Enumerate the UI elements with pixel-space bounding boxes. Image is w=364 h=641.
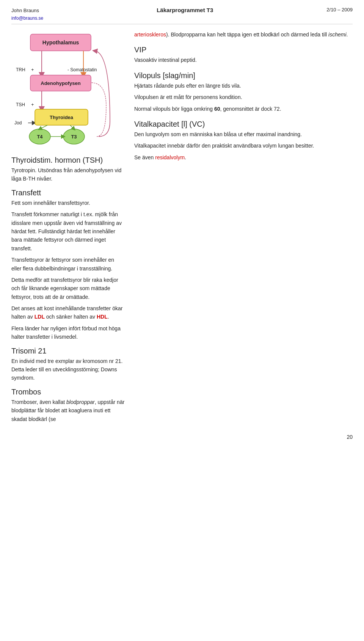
svg-text:+: +	[31, 67, 34, 72]
trombos-section: Trombos Tromboser, även kallat blodpropp…	[11, 388, 125, 423]
svg-text:Hypothalamus: Hypothalamus	[42, 39, 79, 46]
transfett-p3: Transfettsyror är fettsyror som innehåll…	[11, 256, 125, 273]
trisomi-title: Trisomi 21	[11, 347, 125, 355]
author-name: John Brauns	[11, 7, 43, 14]
vitalkapacitet-p3: Se även residalvolym.	[134, 153, 353, 162]
header-left: John Brauns info@brauns.se	[11, 7, 43, 22]
arterioskleros-link[interactable]: arterioskleros	[134, 31, 166, 38]
trisomi-body: En individ med tre exmplar av kromosom n…	[11, 357, 125, 382]
svg-text:Thyroidea: Thyroidea	[50, 115, 74, 120]
blodproppar-text: blodproppar	[66, 399, 95, 405]
vitalkapacitet-p2: Vitalkapacitet innebär därför den prakti…	[134, 141, 353, 150]
thyroidstim-section: Thyroidstim. hormon (TSH) Tyrotropin. Ut…	[11, 156, 125, 183]
trisomi-section: Trisomi 21 En individ med tre exmplar av…	[11, 347, 125, 382]
svg-text:T3: T3	[71, 134, 77, 140]
vilopuls-section: Vilopuls [slag/min] Hjärtats rådande pul…	[134, 71, 353, 113]
vip-section: VIP Vasoaktiv intestinal peptid.	[134, 46, 353, 64]
svg-text:Adenohypofysen: Adenohypofysen	[41, 80, 81, 86]
svg-text:T4: T4	[37, 134, 43, 140]
vilopuls-p3: Normal vilopuls bör ligga omkring 60, ge…	[134, 105, 353, 113]
svg-text:TSH: TSH	[16, 102, 25, 107]
transfett-section: Transfett Fett som innehåller transfetts…	[11, 189, 125, 341]
svg-text:- Somatostatin: - Somatostatin	[67, 67, 97, 72]
svg-line-20	[40, 125, 47, 129]
residalvolym-link[interactable]: residalvolym	[155, 154, 185, 160]
trombos-body: Tromboser, även kallat blodproppar, upps…	[11, 398, 125, 423]
hdl-label: HDL	[97, 314, 108, 320]
vitalkapacitet-section: Vitalkapacitet [l] (VC) Den lungvolym so…	[134, 120, 353, 162]
transfett-title: Transfett	[11, 189, 125, 197]
vilopuls-title: Vilopuls [slag/min]	[134, 71, 353, 80]
svg-text:TRH: TRH	[16, 67, 25, 72]
thyroidstim-body: Tyrotropin. Utsöndras från adenohypofyse…	[11, 166, 125, 183]
svg-line-21	[70, 125, 74, 129]
transfett-p1: Transfett förkommer naturligt i t.ex. mj…	[11, 210, 125, 253]
transfett-p6: Flera länder har nyligen infört förbud m…	[11, 324, 125, 341]
vilopuls-60: 60	[214, 106, 220, 112]
vilopuls-p1: Hjärtats rådande puls efter en längre ti…	[134, 82, 353, 90]
vip-body: Vasoaktiv intestinal peptid.	[134, 56, 353, 64]
vilopuls-p2: Vilopulsen är ett mått för personens kon…	[134, 93, 353, 101]
svg-text:+: +	[31, 102, 34, 107]
left-column: Hypothalamus TRH + - Somatostatin Adenoh…	[11, 30, 125, 426]
thyroidstim-title: Thyroidstim. hormon (TSH)	[11, 156, 125, 165]
ischemi-text: ischemi	[328, 31, 346, 38]
thyroid-diagram: Hypothalamus TRH + - Somatostatin Adenoh…	[11, 30, 125, 149]
page-number: 20	[11, 434, 353, 440]
ldl-label: LDL	[35, 314, 45, 320]
right-column: arterioskleros). Blodpropparna kan helt …	[134, 30, 353, 426]
transfett-p5: Det anses att kost innehållande transfet…	[11, 304, 125, 321]
page-header: John Brauns info@brauns.se Läkarprogramm…	[11, 7, 353, 24]
trombos-title: Trombos	[11, 388, 125, 396]
header-date: 2/10 – 2009	[326, 7, 353, 13]
vip-title: VIP	[134, 46, 353, 54]
transfett-p4: Detta medför att transfettsyror blir rak…	[11, 276, 125, 301]
header-title: Läkarprogrammet T3	[157, 7, 213, 13]
transfett-intro: Fett som innehåller transfettsyror.	[11, 199, 125, 207]
vitalkapacitet-p1: Den lungvolym som en människa kan blåsa …	[134, 130, 353, 138]
svg-text:Jod: Jod	[14, 120, 22, 126]
arterio-para: arterioskleros). Blodpropparna kan helt …	[134, 30, 353, 39]
author-email[interactable]: info@brauns.se	[11, 16, 43, 21]
vitalkapacitet-title: Vitalkapacitet [l] (VC)	[134, 120, 353, 129]
